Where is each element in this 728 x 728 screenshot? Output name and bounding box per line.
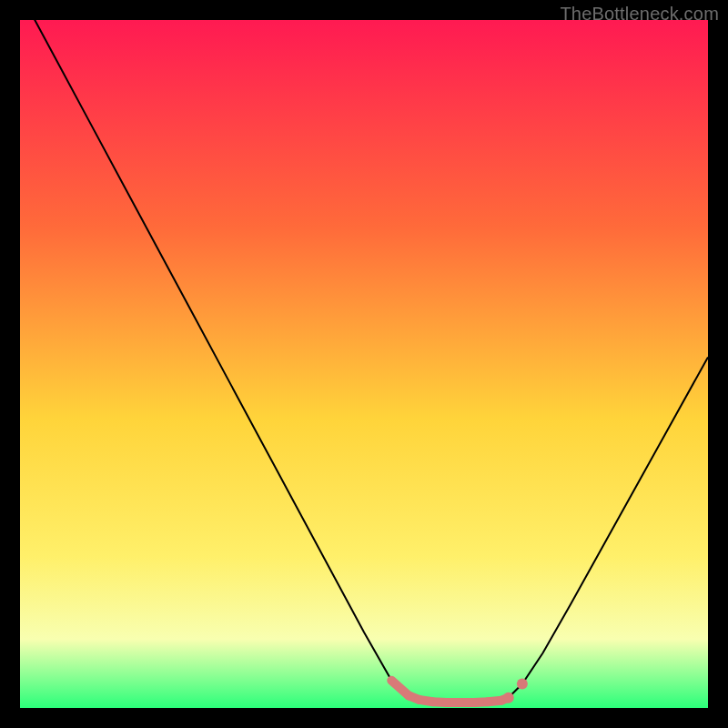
marker-dot [414,695,423,704]
marker-dot [429,697,438,706]
chart-stage: TheBottleneck.com [0,0,728,728]
marker-dot [470,698,479,707]
plot-area [20,20,708,708]
marker-dot [442,698,451,707]
marker-dot [456,698,465,707]
marker-dot [483,697,492,706]
attribution-label: TheBottleneck.com [560,4,719,25]
marker-dot [404,691,413,700]
curve-main [20,0,708,703]
chart-svg [20,20,708,708]
marker-dot [503,693,514,703]
marker-dot [517,679,528,690]
